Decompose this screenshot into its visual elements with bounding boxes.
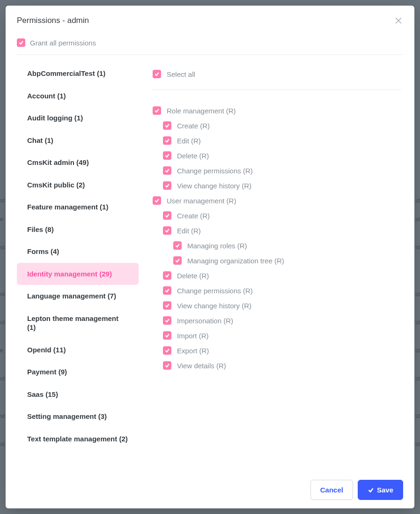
tab-item[interactable]: Audit logging (1)	[17, 107, 139, 129]
check-icon	[164, 138, 170, 143]
permission-row: Create (R)	[153, 118, 401, 133]
tab-item[interactable]: Language management (7)	[17, 285, 139, 307]
permission-label: View change history (R)	[177, 302, 251, 310]
check-icon	[18, 40, 24, 45]
check-icon	[175, 258, 180, 263]
check-icon	[164, 153, 170, 158]
permission-checkbox[interactable]	[163, 226, 171, 235]
permission-checkbox[interactable]	[163, 181, 171, 190]
check-icon	[164, 228, 170, 233]
close-button[interactable]	[394, 16, 403, 25]
permissions-list[interactable]: Select all Role management (R)Create (R)…	[153, 60, 403, 471]
permission-row: Edit (R)	[153, 133, 401, 148]
permission-row: Delete (R)	[153, 148, 401, 163]
permission-label: User management (R)	[167, 197, 236, 205]
permission-label: Managing organization tree (R)	[187, 257, 284, 265]
check-icon	[164, 363, 170, 368]
permission-checkbox[interactable]	[163, 301, 171, 310]
grant-all-row: Grant all permissions	[17, 35, 403, 55]
check-icon	[164, 273, 170, 278]
permission-row: Edit (R)	[153, 223, 401, 238]
select-all-checkbox[interactable]	[153, 70, 161, 78]
tab-item[interactable]: Files (8)	[17, 218, 139, 241]
permission-row: View change history (R)	[153, 298, 401, 313]
tab-item[interactable]: Payment (9)	[17, 361, 139, 383]
check-icon	[368, 487, 374, 493]
save-button-label: Save	[377, 486, 393, 494]
permission-label: Import (R)	[177, 332, 209, 340]
permission-checkbox[interactable]	[163, 331, 171, 340]
modal-footer: Cancel Save	[6, 471, 414, 508]
check-icon	[164, 318, 170, 323]
check-icon	[154, 198, 160, 203]
tab-item[interactable]: OpenId (11)	[17, 339, 139, 361]
check-icon	[164, 183, 170, 188]
tab-item[interactable]: Forms (4)	[17, 240, 139, 263]
permission-checkbox[interactable]	[153, 106, 161, 115]
check-icon	[175, 243, 180, 248]
check-icon	[164, 168, 170, 173]
permission-row: Create (R)	[153, 208, 401, 223]
permission-row: Impersonation (R)	[153, 313, 401, 328]
permission-label: Delete (R)	[177, 272, 209, 280]
save-button[interactable]: Save	[358, 480, 403, 500]
check-icon	[164, 303, 170, 308]
permission-row: Change permissions (R)	[153, 283, 401, 298]
permission-row: View details (R)	[153, 358, 401, 373]
check-icon	[164, 123, 170, 128]
permission-checkbox[interactable]	[173, 256, 182, 265]
permission-groups-tabs[interactable]: AbpCommercialTest (1)Account (1)Audit lo…	[17, 60, 139, 471]
close-icon	[394, 16, 403, 25]
permission-checkbox[interactable]	[173, 241, 182, 250]
tab-item[interactable]: Account (1)	[17, 85, 139, 107]
tab-item[interactable]: AbpCommercialTest (1)	[17, 62, 139, 85]
permission-label: Impersonation (R)	[177, 317, 233, 325]
tab-item[interactable]: Setting management (3)	[17, 405, 139, 428]
tab-item[interactable]: CmsKit admin (49)	[17, 151, 139, 174]
permission-checkbox[interactable]	[163, 346, 171, 355]
permission-checkbox[interactable]	[163, 271, 171, 280]
content-row: AbpCommercialTest (1)Account (1)Audit lo…	[17, 55, 403, 471]
permission-row: Managing roles (R)	[153, 238, 401, 253]
permission-checkbox[interactable]	[163, 361, 171, 370]
permission-row: User management (R)	[153, 193, 401, 208]
permission-row: Export (R)	[153, 343, 401, 358]
permissions-modal: Permissions - admin Grant all permission…	[6, 6, 414, 508]
check-icon	[154, 108, 160, 113]
permission-label: Edit (R)	[177, 137, 201, 145]
tab-item[interactable]: CmsKit public (2)	[17, 174, 139, 196]
permission-row: Import (R)	[153, 328, 401, 343]
permission-label: Role management (R)	[167, 107, 236, 115]
permission-checkbox[interactable]	[163, 136, 171, 145]
permission-row: Change permissions (R)	[153, 163, 401, 178]
permission-row: Managing organization tree (R)	[153, 253, 401, 268]
permission-label: Change permissions (R)	[177, 167, 253, 175]
select-all-label: Select all	[167, 70, 195, 78]
select-all-row: Select all	[153, 70, 401, 90]
permission-checkbox[interactable]	[163, 286, 171, 295]
permission-checkbox[interactable]	[163, 151, 171, 160]
grant-all-label: Grant all permissions	[30, 39, 96, 47]
tab-item[interactable]: Feature management (1)	[17, 196, 139, 218]
tab-item[interactable]: Saas (15)	[17, 383, 139, 406]
permission-label: View details (R)	[177, 362, 226, 370]
permission-checkbox[interactable]	[163, 211, 171, 220]
grant-all-checkbox[interactable]	[17, 38, 25, 47]
check-icon	[164, 333, 170, 338]
cancel-button[interactable]: Cancel	[310, 480, 353, 500]
permission-checkbox[interactable]	[153, 196, 161, 205]
tab-item[interactable]: Chat (1)	[17, 129, 139, 152]
permission-label: Create (R)	[177, 212, 210, 220]
tab-item[interactable]: Text template management (2)	[17, 428, 139, 450]
permission-checkbox[interactable]	[163, 316, 171, 325]
tab-item[interactable]: Lepton theme management (1)	[17, 307, 139, 339]
modal-body: Grant all permissions AbpCommercialTest …	[6, 29, 414, 471]
modal-title: Permissions - admin	[17, 16, 89, 25]
tab-item[interactable]: Identity management (29)	[17, 263, 139, 285]
permission-checkbox[interactable]	[163, 166, 171, 175]
modal-header: Permissions - admin	[6, 6, 414, 29]
permission-row: Delete (R)	[153, 268, 401, 283]
cancel-button-label: Cancel	[320, 486, 343, 494]
check-icon	[164, 288, 170, 293]
permission-checkbox[interactable]	[163, 121, 171, 130]
